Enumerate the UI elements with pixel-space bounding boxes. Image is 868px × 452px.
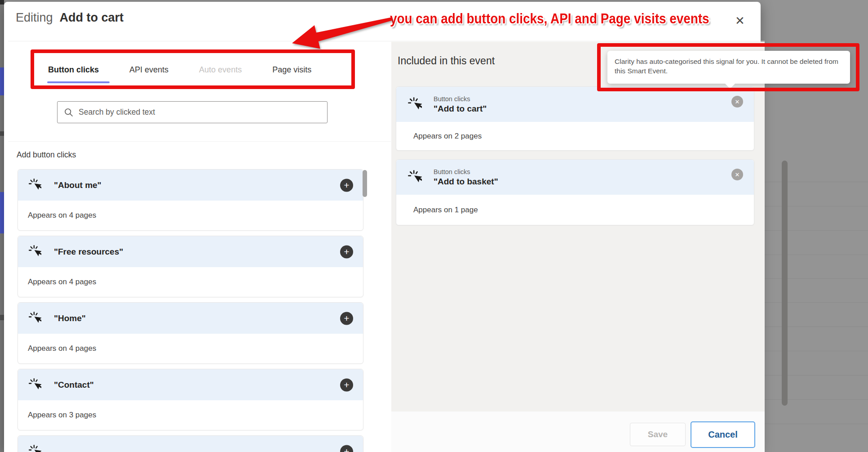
add-button-clicks-label: Add button clicks xyxy=(17,150,76,160)
button-click-card: "About me" + Appears on 4 pages xyxy=(18,169,363,231)
search-box xyxy=(57,101,328,123)
button-click-card-partial: + xyxy=(18,435,363,452)
annotation-note: you can add button clicks, API and Page … xyxy=(390,11,709,27)
cursor-click-icon xyxy=(28,245,41,259)
page-scrollbar-thumb[interactable] xyxy=(782,161,788,406)
cursor-click-icon xyxy=(407,170,422,185)
dialog-title-prefix: Editing xyxy=(16,11,53,24)
signal-category: Button clicks xyxy=(434,168,498,175)
clicked-text-label: "Home" xyxy=(54,313,86,323)
annotation-box-tooltip xyxy=(597,43,859,91)
cursor-click-icon xyxy=(407,97,422,112)
add-icon[interactable]: + xyxy=(340,312,353,325)
background-app-sidebar xyxy=(0,0,4,452)
dialog-title-event-name: Add to cart xyxy=(60,11,124,24)
clicked-text-label: "Free resources" xyxy=(54,247,123,257)
header-divider xyxy=(8,41,765,41)
clarity-smart-event-editor: Editing Add to cart ✕ Button clicks API … xyxy=(0,0,868,452)
cursor-click-icon xyxy=(28,444,41,452)
sidebar-segment xyxy=(0,131,4,136)
clicked-text-label: "Add to basket" xyxy=(434,177,498,187)
included-event-card: Button clicks "Add to basket" ✕ Appears … xyxy=(396,159,754,225)
button-click-card: "Free resources" + Appears on 4 pages xyxy=(18,236,363,297)
annotation-box-tabs xyxy=(31,49,355,89)
add-icon[interactable]: + xyxy=(340,179,353,192)
sidebar-active-item-edge xyxy=(0,67,4,95)
remove-icon[interactable]: ✕ xyxy=(731,96,743,107)
appears-on-pages: Appears on 4 pages xyxy=(28,211,96,220)
sidebar-segment xyxy=(0,0,4,4)
sidebar-segment xyxy=(0,315,4,320)
add-icon[interactable]: + xyxy=(340,445,353,452)
cancel-button[interactable]: Cancel xyxy=(691,421,755,448)
included-events-header: Included in this event xyxy=(398,55,495,67)
section-divider xyxy=(8,141,391,142)
sidebar-item-edge xyxy=(0,192,4,233)
save-button[interactable]: Save xyxy=(630,423,686,446)
appears-on-pages: Appears on 3 pages xyxy=(28,411,96,420)
clicked-text-label: "Add to cart" xyxy=(434,104,487,114)
signal-category: Button clicks xyxy=(434,95,487,103)
cursor-click-icon xyxy=(28,178,41,192)
add-icon[interactable]: + xyxy=(340,245,353,258)
add-icon[interactable]: + xyxy=(340,378,353,391)
remove-icon[interactable]: ✕ xyxy=(731,169,743,180)
appears-on-pages: Appears on 4 pages xyxy=(28,277,96,286)
appears-on-pages: Appears on 2 pages xyxy=(413,132,482,141)
clicked-text-label: "About me" xyxy=(54,180,102,190)
close-icon[interactable]: ✕ xyxy=(731,12,749,30)
appears-on-pages: Appears on 1 page xyxy=(413,206,478,215)
clicked-text-label: "Contact" xyxy=(54,380,94,390)
included-event-card: Button clicks "Add to cart" ✕ Appears on… xyxy=(396,86,754,151)
button-click-card: "Contact" + Appears on 3 pages xyxy=(18,369,363,430)
cursor-click-icon xyxy=(28,378,41,392)
cursor-click-icon xyxy=(28,311,41,326)
search-icon xyxy=(64,108,73,117)
appears-on-pages: Appears on 4 pages xyxy=(28,344,96,353)
dialog-title: Editing Add to cart xyxy=(16,11,124,25)
list-scrollbar-thumb[interactable] xyxy=(363,170,367,197)
search-input[interactable] xyxy=(78,101,327,123)
button-click-card: "Home" + Appears on 4 pages xyxy=(18,302,363,364)
